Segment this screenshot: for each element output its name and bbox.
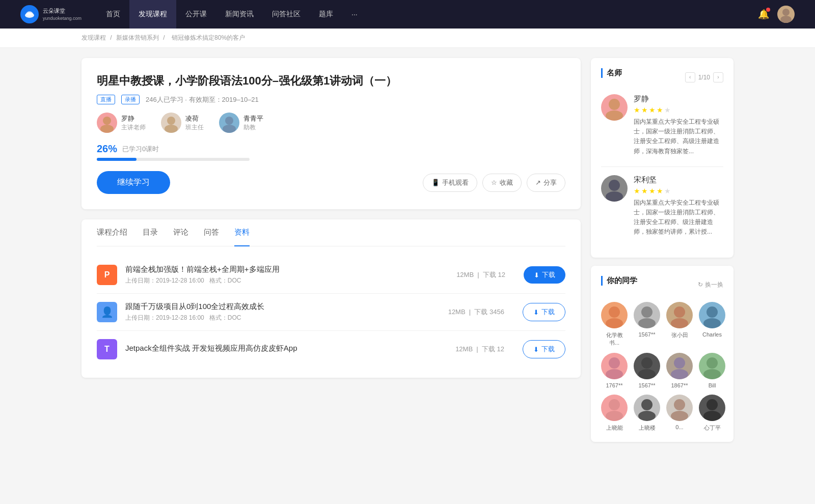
progress-header: 26% 已学习0课时	[97, 143, 565, 155]
nav-item-courses[interactable]: 发现课程	[129, 0, 176, 29]
classmate-name-8: 上晓能	[606, 424, 623, 432]
svg-point-19	[674, 306, 685, 318]
sidebar-teacher-stars-1: ★ ★ ★ ★ ★	[634, 187, 723, 195]
mobile-watch-button[interactable]: 📱 手机观看	[423, 174, 477, 192]
classmate-avatar-6	[666, 353, 693, 379]
sidebar-teacher-desc-0: 国内某重点大学安全工程专业硕士，国家一级注册消防工程师、注册安全工程师、高级注册…	[634, 117, 723, 156]
collect-button[interactable]: ☆ 收藏	[482, 174, 522, 192]
teachers-header: 名师 ‹ 1/10 ›	[601, 68, 723, 86]
teachers-title: 名师	[601, 68, 622, 78]
tab-intro[interactable]: 课程介绍	[97, 219, 127, 246]
svg-point-29	[707, 357, 718, 369]
classmate-name-5: 1567**	[638, 382, 655, 388]
teacher-separator	[601, 166, 723, 167]
resource-item-0: P 前端全栈加强版！前端全栈+全周期+多端应用 上传日期：2019-12-28 …	[97, 257, 565, 294]
nav-item-quiz[interactable]: 题库	[310, 0, 342, 29]
prev-page-button[interactable]: ‹	[685, 72, 695, 82]
svg-point-22	[703, 318, 721, 328]
tabs: 课程介绍 目录 评论 问答 资料	[97, 219, 565, 246]
classmates-header: 你的同学 ↻ 换一换	[601, 276, 723, 294]
classmate-2: 张小田	[666, 302, 693, 347]
resource-stats-0: 12MB | 下载 12	[456, 270, 505, 279]
svg-point-28	[671, 369, 688, 379]
refresh-icon: ↻	[698, 281, 703, 288]
resource-item-1: 👤 跟随千万级项目从0到100全过程高效成长 上传日期：2019-12-28 1…	[97, 294, 565, 331]
share-icon: ↗	[535, 179, 541, 186]
continue-button[interactable]: 继续学习	[97, 171, 170, 194]
classmate-avatar-11	[699, 395, 725, 421]
breadcrumb-link-1[interactable]: 发现课程	[82, 34, 106, 41]
course-actions: 继续学习 📱 手机观看 ☆ 收藏 ↗ 分享	[97, 171, 565, 194]
resource-title-1: 跟随千万级项目从0到100全过程高效成长	[125, 302, 430, 312]
teacher-0: 罗静 主讲老师	[97, 113, 146, 133]
tab-resource[interactable]: 资料	[234, 219, 250, 246]
classmate-avatar-5	[634, 353, 660, 379]
notification-bell[interactable]: 🔔	[758, 9, 769, 20]
teacher-info-1: 凌荷 班主任	[185, 114, 204, 132]
teacher-name-1: 凌荷	[185, 114, 204, 123]
mobile-label: 手机观看	[442, 178, 469, 187]
svg-point-25	[641, 357, 653, 369]
tab-review[interactable]: 评论	[173, 219, 188, 246]
svg-point-31	[609, 399, 620, 410]
teachers-pagination: ‹ 1/10 ›	[685, 72, 723, 82]
svg-point-13	[609, 180, 620, 191]
nav-item-home[interactable]: 首页	[97, 0, 129, 29]
classmate-name-6: 1867**	[671, 382, 688, 388]
user-avatar[interactable]	[777, 6, 795, 23]
sidebar-teacher-0: 罗静 ★ ★ ★ ★ ★ 国内某重点大学安全工程专业硕士，国家一级注册消防工程师…	[601, 94, 723, 156]
svg-point-16	[606, 318, 623, 328]
resource-icon-2: T	[97, 339, 117, 359]
svg-point-24	[606, 369, 623, 379]
teacher-info-2: 青青平 助教	[243, 114, 263, 132]
tab-catalog[interactable]: 目录	[143, 219, 158, 246]
classmate-name-2: 张小田	[671, 331, 688, 339]
nav-item-more[interactable]: ···	[342, 0, 367, 29]
classmate-3: Charles	[699, 302, 725, 347]
progress-bar-bg	[97, 158, 250, 161]
download-button-0[interactable]: ⬇ 下载	[524, 266, 565, 284]
nav-item-news[interactable]: 新闻资讯	[216, 0, 263, 29]
teacher-avatar-2	[219, 113, 239, 133]
teacher-role-1: 班主任	[185, 123, 204, 132]
nav-item-qa[interactable]: 问答社区	[263, 0, 310, 29]
collect-label: 收藏	[500, 178, 513, 187]
classmate-avatar-9	[634, 395, 660, 421]
resource-icon-0: P	[97, 265, 117, 285]
download-label-0: 下载	[542, 270, 555, 279]
classmate-4: 1767**	[601, 353, 628, 388]
teacher-name-2: 青青平	[243, 114, 263, 123]
classmate-name-10: 0...	[675, 424, 683, 430]
notification-dot	[766, 8, 770, 12]
resource-info-2: Jetpack全组件实战 开发短视频应用高仿皮皮虾App	[125, 344, 437, 355]
classmate-avatar-1	[634, 302, 660, 328]
sidebar-teacher-info-0: 罗静 ★ ★ ★ ★ ★ 国内某重点大学安全工程专业硕士，国家一级注册消防工程师…	[634, 94, 723, 156]
resource-info-0: 前端全栈加强版！前端全栈+全周期+多端应用 上传日期：2019-12-28 16…	[125, 265, 438, 285]
main-layout: 明星中教授课，小学阶段语法100分–强化级第1讲动词（一） 直播 录播 246人…	[0, 48, 815, 460]
classmate-11: 心丁平	[699, 395, 725, 432]
breadcrumb-link-2[interactable]: 新媒体营销系列	[116, 34, 159, 41]
svg-point-8	[165, 125, 178, 133]
teacher-2: 青青平 助教	[219, 113, 263, 133]
nav-right: 🔔	[758, 6, 795, 23]
logo-text: 云朵课堂yunduoketang.com	[43, 7, 82, 22]
svg-point-33	[641, 399, 653, 410]
svg-point-26	[638, 369, 656, 379]
share-button[interactable]: ↗ 分享	[527, 174, 565, 192]
sidebar-teacher-desc-1: 国内某重点大学安全工程专业硕士，国家一级注册消防工程师、注册安全工程师、级注册建…	[634, 198, 723, 237]
main-content: 明星中教授课，小学阶段语法100分–强化级第1讲动词（一） 直播 录播 246人…	[82, 58, 581, 450]
nav-logo[interactable]: 云朵课堂yunduoketang.com	[20, 5, 82, 23]
share-label: 分享	[544, 178, 557, 187]
tab-qa[interactable]: 问答	[204, 219, 219, 246]
svg-point-18	[638, 318, 656, 328]
svg-point-5	[103, 117, 111, 125]
download-button-1[interactable]: ⬇ 下载	[523, 303, 565, 321]
classmate-name-7: Bill	[709, 382, 716, 388]
nav-item-open[interactable]: 公开课	[176, 0, 216, 29]
svg-point-37	[707, 399, 718, 410]
next-page-button[interactable]: ›	[713, 72, 723, 82]
svg-point-4	[780, 16, 792, 23]
refresh-button[interactable]: ↻ 换一换	[698, 281, 723, 289]
page-indicator: 1/10	[698, 74, 710, 81]
download-button-2[interactable]: ⬇ 下载	[523, 340, 565, 358]
